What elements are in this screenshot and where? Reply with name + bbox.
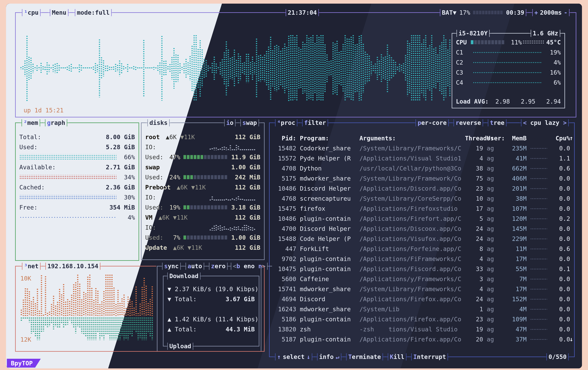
interface-selector[interactable]: <b eno n>: [229, 263, 269, 270]
info-button[interactable]: info↵: [315, 353, 343, 360]
select-down-arrow[interactable]: ↓: [307, 353, 310, 360]
memory-label: Available:: [19, 164, 56, 171]
disk-size: 112 GiB: [235, 133, 260, 140]
network-box: ³net 192.168.10.154 10K 12K sync auto ze…: [15, 266, 265, 351]
net-button-zero[interactable]: zero: [207, 263, 229, 270]
graph-hotkey: g: [47, 119, 51, 126]
process-row[interactable]: 10486Discord Helper/Applications/Discord…: [270, 183, 574, 193]
process-row[interactable]: 15482Codorker_share/System/Library/Frame…: [270, 143, 574, 153]
uptime-label: up 1d 15:21: [23, 107, 64, 114]
proc-cell-mem: 201M: [503, 185, 526, 192]
disks-tab-swap[interactable]: swap: [239, 119, 261, 126]
column-cpu[interactable]: Cpu%: [548, 135, 570, 142]
proc-cell-cpu: 0.0: [548, 185, 570, 192]
proc-cell-graph: [530, 248, 544, 250]
core-label: C3: [456, 69, 469, 76]
process-row[interactable]: 4700Discord Helper/Applications/Discoox.…: [270, 224, 574, 234]
process-row[interactable]: 16243mdworker_share/System/Lib1ag4M0.0: [270, 304, 574, 314]
proc-cell-mem: 38M: [503, 195, 526, 202]
select-up-arrow[interactable]: ↑: [277, 353, 281, 360]
disk-used-label: Used:: [145, 234, 167, 241]
tree-toggle[interactable]: tree: [486, 119, 508, 126]
column-program[interactable]: Program:: [300, 135, 356, 142]
sort-direction-arrow[interactable]: ↑: [569, 133, 573, 143]
memory-label: Free:: [19, 204, 37, 211]
filter-button[interactable]: filter: [300, 119, 330, 126]
proc-cell-threads: 23: [465, 316, 483, 323]
process-row[interactable]: 15488Code Helper (P/Applications/Visufox…: [270, 234, 574, 244]
sort-selector[interactable]: < cpu lazy >: [519, 119, 570, 126]
enter-key-icon: ↵: [336, 353, 339, 360]
iface-name: eno: [240, 263, 258, 270]
net-button-sync[interactable]: sync: [160, 263, 182, 270]
per-core-toggle[interactable]: per-core: [414, 119, 451, 126]
column-user[interactable]: User:: [487, 135, 499, 142]
sort-prev-button[interactable]: <: [523, 119, 526, 126]
disk-io-graph: [210, 224, 260, 231]
column-arguments[interactable]: Arguments:: [359, 135, 461, 142]
reverse-toggle[interactable]: reverse: [452, 119, 485, 126]
net-button-auto[interactable]: auto: [184, 263, 206, 270]
process-row[interactable]: 10475plugin-contain/Applications/Fiscord…: [270, 264, 574, 274]
proc-cell-mem: 17M: [503, 286, 526, 293]
proc-cell-graph: [530, 268, 544, 270]
memory-value: 2.71 GiB: [106, 164, 135, 171]
kill-label: ill: [393, 353, 404, 360]
process-row[interactable]: 5186plugin-contain/Applications/Firefox.…: [270, 314, 574, 324]
select-control[interactable]: ↑select↓: [273, 353, 314, 360]
io-hotkey: i: [226, 119, 230, 126]
process-row[interactable]: 5175mdworker_share/System/Library/Framew…: [270, 173, 574, 183]
proc-cell-user: ag: [487, 316, 499, 323]
scroll-down-indicator[interactable]: ↓: [569, 334, 573, 344]
box-border-line: [195, 346, 260, 347]
process-row[interactable]: 5187plugin-contain/Applications/Firefox.…: [270, 334, 574, 344]
ip-address: 192.168.10.154: [47, 263, 98, 270]
disks-tab-io[interactable]: io: [222, 119, 237, 126]
interval-increase-button[interactable]: +: [534, 9, 538, 16]
process-row[interactable]: 4708Dython/usr/local/Cellar/python@3Co38…: [270, 163, 574, 173]
proc-cell-user: ag: [487, 255, 499, 262]
box-border-line: [15, 117, 576, 117]
memory-tab-graph[interactable]: graph: [43, 119, 69, 126]
proc-cell-program: Discord: [300, 296, 356, 303]
process-row[interactable]: 15741mdworker_share/System/Library/Frame…: [270, 284, 574, 294]
kill-button[interactable]: Kill: [386, 353, 408, 360]
process-row[interactable]: 447ForkLift/Applications/Forfeine.app/C8…: [270, 244, 574, 254]
refresh-interval-control[interactable]: +2000ms-: [531, 9, 571, 16]
column-pid[interactable]: Pid:: [274, 135, 296, 142]
proc-cell-graph: [530, 318, 544, 320]
terminate-button[interactable]: Terminate: [345, 353, 385, 360]
reverse-hotkey: r: [455, 119, 459, 126]
proc-cell-mem: 107M: [503, 205, 526, 212]
proc-cell-cpu: 0.0: [548, 255, 570, 262]
menu-label: Menu: [52, 9, 66, 16]
process-row[interactable]: 15475firefox/Applications/Firefoxstudio1…: [270, 203, 574, 214]
process-row[interactable]: 15572Pyde Helper (R/Applications/Visual …: [270, 153, 574, 163]
proc-cell-user: ag: [487, 205, 499, 212]
interrupt-button[interactable]: Interrupt: [410, 353, 450, 360]
process-row[interactable]: 4768screencaptureu/System/Library/CoreSe…: [270, 193, 574, 203]
interval-decrease-button[interactable]: -: [564, 9, 567, 16]
process-cpu-mini-graph: [530, 258, 547, 260]
proc-cell-cpu: 0.0: [548, 175, 570, 182]
box-border-line: [206, 266, 207, 266]
sort-next-button[interactable]: >: [563, 119, 567, 126]
process-row[interactable]: 13820zsh-zsh tions/Visual Studio19ag47M0…: [270, 324, 574, 334]
column-memory[interactable]: MemB: [503, 135, 526, 142]
column-threads[interactable]: Threads:: [465, 135, 483, 142]
proc-cell-graph: [530, 197, 544, 200]
menu-button[interactable]: Menu: [48, 9, 70, 16]
core-row: C119%: [452, 47, 565, 57]
mode-toggle[interactable]: mode:full: [73, 9, 113, 16]
disk-usage-meter: [183, 175, 228, 179]
memory-box-title-text: mem: [27, 119, 38, 126]
process-row[interactable]: 10486plugin-contain/Applications/Firefor…: [270, 214, 574, 224]
process-row[interactable]: 5600Caffeine/Applications/y/Frameworks/C…: [270, 274, 574, 284]
disk-used-label: Used:: [145, 174, 167, 181]
iface-prev-button[interactable]: b: [236, 263, 240, 270]
disk-size: 1.00 GiB: [231, 164, 261, 171]
iface-next-button[interactable]: n: [258, 263, 262, 270]
process-row[interactable]: 9702plugin-contain/Applications/FiFramew…: [270, 254, 574, 264]
process-cpu-mini-graph: [530, 248, 547, 250]
process-row[interactable]: 4694Discord/Applications/Firefox.app/Co2…: [270, 294, 574, 304]
